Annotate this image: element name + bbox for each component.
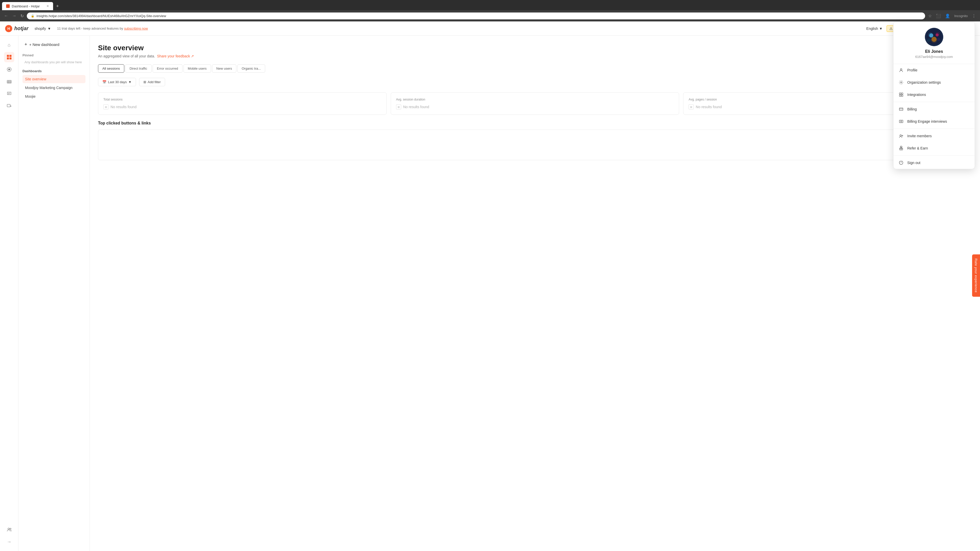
nav-item-moojie[interactable]: Moojie <box>22 92 86 100</box>
feedback-link[interactable]: Share your feedback <box>157 54 190 58</box>
svg-point-37 <box>900 135 901 136</box>
hotjar-logo-icon: H <box>5 25 12 32</box>
billing-icon <box>899 106 904 112</box>
address-text: insights.hotjar.com/sites/3814994/dashbo… <box>37 14 166 18</box>
forward-btn[interactable]: → <box>11 13 18 19</box>
tracking-warning-icon: ⚠ <box>889 27 893 30</box>
hotjar-logo: H hotjar <box>5 25 29 32</box>
svg-rect-33 <box>899 108 903 110</box>
svg-point-26 <box>927 38 931 42</box>
profile-icon <box>899 68 904 73</box>
tab-all-sessions[interactable]: All sessions <box>98 64 124 73</box>
tab-bar: Dashboard - Hotjar ✕ + <box>0 0 980 10</box>
stats-row: Total sessions ⊠ No results found Avg. s… <box>98 92 972 115</box>
browser-chrome: Dashboard - Hotjar ✕ + ← → ↻ 🔒 insights.… <box>0 0 980 21</box>
no-result-text-pages: No results found <box>696 105 722 109</box>
dropdown-user-name: Eli Jones <box>925 49 943 54</box>
no-result-icon-duration: ⊠ <box>396 104 401 110</box>
dropdown-item-billing-engage[interactable]: Billing Engage interviews <box>894 115 975 127</box>
nav-item-moojie-label: Moojie <box>25 94 35 98</box>
svg-point-22 <box>928 32 933 38</box>
sidebar: ⌂ → <box>0 36 18 551</box>
tab-organic-traffic[interactable]: Organic tra... <box>237 64 265 73</box>
external-link-icon: ↗ <box>191 54 194 58</box>
dropdown-item-billing-engage-label: Billing Engage interviews <box>907 119 947 124</box>
section-box <box>98 130 972 160</box>
no-result-icon-pages: ⊠ <box>689 104 694 110</box>
no-result-text-total: No results found <box>110 105 137 109</box>
section-title: Top clicked buttons & links <box>98 121 972 125</box>
stat-label-total-sessions: Total sessions <box>103 98 381 101</box>
dropdown-item-integrations-label: Integrations <box>907 93 926 97</box>
nav-bar: ← → ↻ 🔒 insights.hotjar.com/sites/381499… <box>0 10 980 21</box>
lock-icon: 🔒 <box>31 14 35 17</box>
dropdown-item-refer[interactable]: Refer & Earn <box>894 142 975 154</box>
nav-item-moodjoy-label: Moodjoy Marketing Campaign <box>25 86 73 90</box>
stat-no-result-duration: ⊠ No results found <box>396 104 674 110</box>
page-title: Site overview <box>98 44 972 52</box>
site-name: shopify <box>35 27 46 30</box>
date-filter-arrow: ▼ <box>128 80 132 84</box>
dropdown-item-invite[interactable]: Invite members <box>894 130 975 142</box>
tab-new-users[interactable]: New users <box>212 64 236 73</box>
site-selector[interactable]: shopify ▼ <box>33 25 53 32</box>
language-selector[interactable]: English ▼ <box>866 27 883 30</box>
dropdown-item-signout[interactable]: Sign out <box>894 157 975 169</box>
reload-btn[interactable]: ↻ <box>19 13 25 19</box>
pinned-section-title: Pinned <box>22 53 86 57</box>
sidebar-item-home[interactable]: ⌂ <box>4 40 14 50</box>
new-dashboard-btn[interactable]: + + New dashboard <box>22 40 86 49</box>
dashboards-section-title: Dashboards <box>22 69 86 73</box>
tab-direct-traffic[interactable]: Direct traffic <box>125 64 151 73</box>
rate-experience-btn[interactable]: Rate your experience <box>972 254 980 297</box>
dropdown-item-profile-label: Profile <box>907 68 918 72</box>
billing-engage-icon <box>899 119 904 124</box>
dropdown-item-integrations[interactable]: Integrations <box>894 89 975 101</box>
sidebar-item-feedback[interactable] <box>4 101 14 111</box>
subtitle-text: An aggregated view of all your data. <box>98 54 155 58</box>
dropdown-item-billing[interactable]: Billing <box>894 103 975 115</box>
nav-item-site-overview[interactable]: Site overview <box>22 75 86 83</box>
tab-error-occurred[interactable]: Error occurred <box>153 64 183 73</box>
tab-mobile-users[interactable]: Mobile users <box>183 64 211 73</box>
no-result-text-duration: No results found <box>403 105 429 109</box>
svg-point-24 <box>931 37 937 43</box>
add-filter-btn[interactable]: ⊞ Add filter <box>139 78 165 86</box>
language-text: English <box>866 27 878 30</box>
stat-card-total-sessions: Total sessions ⊠ No results found <box>98 92 387 115</box>
trial-text: 11 trial days left - keep advanced featu… <box>57 27 123 30</box>
dropdown-item-profile[interactable]: Profile <box>894 64 975 76</box>
sidebar-item-team[interactable] <box>4 524 14 535</box>
refer-icon <box>899 146 904 151</box>
dropdown-user-email: 6167ae94@moodjoy.com <box>915 55 953 59</box>
new-tab-btn[interactable]: + <box>54 3 61 10</box>
back-btn[interactable]: ← <box>3 13 9 19</box>
dropdown-divider-2 <box>894 129 975 129</box>
address-bar[interactable]: 🔒 insights.hotjar.com/sites/3814994/dash… <box>27 13 925 19</box>
calendar-icon: 📅 <box>102 80 107 84</box>
svg-rect-18 <box>7 104 10 107</box>
sidebar-item-surveys[interactable] <box>4 89 14 99</box>
dropdown-item-org-settings[interactable]: Organization settings <box>894 76 975 89</box>
svg-point-20 <box>10 528 11 530</box>
date-filter-btn[interactable]: 📅 Last 30 days ▼ <box>98 78 136 86</box>
stat-card-avg-duration: Avg. session duration ⊠ No results found <box>391 92 679 115</box>
pinned-empty-text: Any dashboards you pin will show here <box>22 59 86 65</box>
bookmark-icon[interactable]: ☆ <box>927 13 933 19</box>
trial-link[interactable]: subscribing now <box>124 27 148 30</box>
tab-close-btn[interactable]: ✕ <box>46 4 49 8</box>
sidebar-item-collapse[interactable]: → <box>4 537 14 547</box>
svg-rect-6 <box>10 55 11 57</box>
page-subtitle: An aggregated view of all your data. Sha… <box>98 54 972 58</box>
extensions-icon[interactable]: ⬛ <box>935 13 942 19</box>
tab-favicon <box>6 4 10 8</box>
active-tab[interactable]: Dashboard - Hotjar ✕ <box>2 2 53 10</box>
sidebar-item-dashboard[interactable] <box>4 52 14 62</box>
incognito-icon: 👤 <box>944 13 951 19</box>
sidebar-item-recordings[interactable] <box>4 64 14 75</box>
filter-row: 📅 Last 30 days ▼ ⊞ Add filter <box>98 78 972 86</box>
menu-icon[interactable]: ⋮ <box>971 13 977 19</box>
sidebar-item-heatmaps[interactable] <box>4 76 14 87</box>
nav-item-moodjoy[interactable]: Moodjoy Marketing Campaign <box>22 84 86 92</box>
user-dropdown: Eli Jones 6167ae94@moodjoy.com Profile O… <box>893 21 975 169</box>
